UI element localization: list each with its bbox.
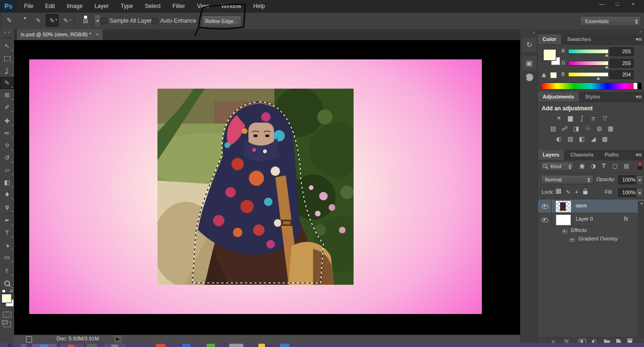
tool-preset-picker[interactable]: ✎ — [7, 14, 26, 27]
menu-window[interactable]: Window — [216, 0, 247, 13]
foreground-color-swatch[interactable] — [2, 294, 11, 303]
taskbar-app-icon[interactable] — [280, 344, 289, 347]
close-button[interactable]: × — [626, 0, 640, 8]
channel-mixer-icon[interactable]: ◍ — [594, 125, 604, 132]
taskbar-app-icon[interactable] — [104, 344, 126, 347]
layer-thumbnail[interactable] — [556, 215, 571, 225]
tab-close-icon[interactable]: × — [96, 32, 99, 37]
fill-dropdown-button[interactable] — [636, 188, 643, 198]
lock-transparency-icon[interactable] — [556, 189, 561, 194]
red-slider-track[interactable] — [568, 49, 609, 54]
layer-filter-kind-dropdown[interactable]: Kind — [541, 162, 574, 171]
menu-filter[interactable]: Filter — [167, 0, 190, 13]
scroll-up-icon[interactable] — [640, 202, 643, 204]
hue-saturation-icon[interactable]: ▤ — [548, 125, 558, 132]
taskbar-overflow-icon[interactable] — [21, 344, 26, 347]
panel-menu-icon[interactable]: ▾≡ — [636, 36, 642, 42]
taskbar-app-explorer[interactable] — [32, 344, 57, 347]
taskbar-app-browser[interactable] — [60, 344, 83, 347]
color-spectrum-ramp[interactable] — [541, 83, 642, 90]
menu-view[interactable]: View — [192, 0, 215, 13]
filter-type-layers-icon[interactable]: T — [602, 163, 605, 169]
dock-close-icon[interactable]: × — [8, 30, 10, 35]
hand-tool[interactable]: ✌ — [0, 265, 14, 277]
move-tool[interactable]: ↖ — [0, 40, 14, 52]
swap-colors-control[interactable]: ⇄ — [0, 289, 14, 294]
expand-dock-icon[interactable]: » — [639, 29, 642, 34]
restore-button[interactable]: □ — [611, 0, 625, 8]
blue-slider-handle[interactable] — [596, 77, 600, 80]
ramp-white-swatch[interactable] — [634, 83, 637, 89]
lock-pixels-icon[interactable]: ✎ — [566, 189, 570, 195]
layer-name[interactable]: Layer 0 — [576, 216, 593, 222]
eraser-tool[interactable]: ▱ — [0, 164, 14, 176]
green-slider-track[interactable] — [568, 61, 609, 66]
posterize-icon[interactable]: ▨ — [565, 135, 575, 142]
red-slider-handle[interactable] — [605, 54, 609, 57]
screen-mode-button[interactable] — [0, 322, 14, 327]
document-tab[interactable]: ts.psd @ 50% (stem, RGB/8) * × — [17, 29, 103, 40]
blur-tool[interactable]: ♦ — [0, 189, 14, 201]
panel-menu-icon[interactable]: ▾≡ — [636, 94, 642, 100]
blend-mode-dropdown[interactable]: Normal — [541, 175, 594, 184]
ramp-black-swatch[interactable] — [637, 83, 641, 89]
subtract-from-selection-mode-button[interactable]: ✎− — [59, 14, 72, 27]
taskbar-show-hidden-icon[interactable] — [8, 344, 12, 347]
effects-row[interactable]: Effects — [538, 226, 644, 235]
threshold-icon[interactable]: ◧ — [577, 135, 587, 142]
tab-adjustments[interactable]: Adjustments — [538, 92, 579, 102]
path-selection-tool[interactable]: ► — [0, 239, 14, 251]
layer-thumbnail[interactable] — [556, 201, 571, 212]
menu-type[interactable]: Type — [116, 0, 138, 13]
green-value-field[interactable]: 255 — [610, 59, 634, 68]
new-selection-mode-button[interactable]: ✎ — [32, 14, 45, 27]
lock-all-icon[interactable] — [583, 191, 587, 194]
rectangle-shape-tool[interactable]: ▭ — [0, 251, 14, 264]
collapse-dock-icon[interactable]: « — [520, 29, 538, 36]
status-doc-icon[interactable] — [26, 336, 32, 343]
layers-scrollbar[interactable] — [638, 201, 644, 337]
auto-enhance-checkbox[interactable] — [152, 18, 158, 24]
panel-foreground-swatch[interactable] — [544, 50, 556, 60]
taskbar-app-icon[interactable] — [87, 344, 97, 347]
blue-slider-track[interactable] — [568, 72, 609, 77]
menu-edit[interactable]: Edit — [40, 0, 60, 13]
menu-layer[interactable]: Layer — [89, 0, 114, 13]
visibility-eye-icon[interactable] — [562, 229, 567, 234]
tab-channels[interactable]: Channels — [566, 150, 599, 160]
history-brush-tool[interactable]: ↺ — [0, 152, 14, 164]
filter-smart-objects-icon[interactable]: ▤ — [624, 163, 629, 169]
brightness-contrast-icon[interactable]: ☀ — [554, 115, 564, 122]
taskbar-app-opera[interactable] — [156, 344, 166, 347]
layer-filter-toggle[interactable] — [638, 162, 642, 170]
layer-row-stem[interactable]: stem — [538, 199, 644, 213]
selective-color-icon[interactable]: ▩ — [600, 135, 610, 142]
tab-paths[interactable]: Paths — [600, 150, 624, 160]
curves-icon[interactable]: ∫ — [577, 115, 587, 122]
photo-layer[interactable] — [157, 89, 354, 285]
menu-image[interactable]: Image — [62, 0, 88, 13]
gamut-warning-icon[interactable]: ▲ — [542, 71, 546, 78]
opacity-dropdown-button[interactable] — [636, 175, 643, 185]
eyedropper-tool[interactable]: ✐ — [0, 101, 14, 114]
visibility-eye-icon[interactable] — [542, 217, 548, 224]
visibility-eye-icon[interactable] — [570, 238, 575, 243]
levels-icon[interactable]: ▆ — [565, 115, 575, 122]
menu-help[interactable]: Help — [248, 0, 270, 13]
dodge-tool[interactable]: φ — [0, 201, 14, 213]
sample-all-layers-checkbox[interactable] — [101, 18, 107, 24]
photo-filter-icon[interactable]: ☉ — [583, 125, 593, 132]
rectangular-marquee-tool[interactable] — [0, 52, 14, 65]
tab-styles[interactable]: Styles — [580, 92, 605, 102]
type-tool[interactable]: T — [0, 227, 14, 239]
gradient-map-icon[interactable]: ◢ — [588, 135, 598, 142]
visibility-eye-icon[interactable] — [542, 204, 548, 210]
black-white-icon[interactable]: ◨ — [571, 125, 581, 132]
filter-adjustment-layers-icon[interactable]: ◑ — [591, 163, 595, 169]
pen-tool[interactable]: ✒ — [0, 215, 14, 227]
crop-tool[interactable]: ⊞ — [0, 89, 14, 101]
taskbar-app-icon[interactable] — [206, 344, 215, 347]
opacity-field[interactable]: 100% — [618, 175, 638, 184]
layer-row-layer0[interactable]: Layer 0 fx — [538, 213, 644, 226]
panel-menu-icon[interactable]: ▾≡ — [636, 152, 642, 158]
